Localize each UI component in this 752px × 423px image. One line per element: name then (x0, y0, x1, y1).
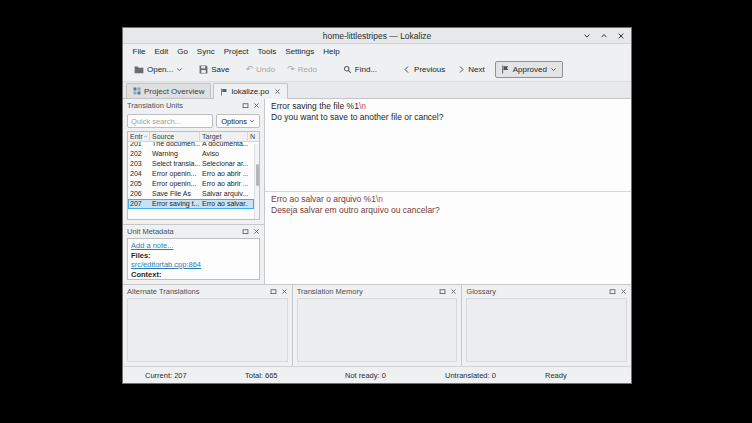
close-icon (617, 32, 625, 40)
chevron-down-icon (550, 66, 557, 73)
dock-title: Unit Metadata (127, 227, 174, 236)
chevron-left-icon (403, 65, 411, 74)
close-dock-button[interactable] (281, 288, 288, 295)
sort-ascending-icon (144, 134, 147, 139)
chevron-up-icon (600, 32, 608, 40)
tab-project-overview[interactable]: Project Overview (126, 83, 211, 98)
table-row[interactable]: 203 Select transla... Selecionar ar... (128, 159, 254, 169)
unit-metadata-dock: Unit Metadata Add a note... Files: (123, 225, 264, 284)
add-note-link[interactable]: Add a note... (131, 241, 174, 250)
menu-project[interactable]: Project (219, 47, 253, 56)
tab-lokalize-po[interactable]: lokalize.po (213, 83, 288, 99)
maximize-button[interactable] (599, 31, 609, 41)
save-button[interactable]: Save (193, 61, 235, 78)
files-label: Files: (131, 251, 256, 261)
approved-toggle-button[interactable]: Approved (495, 61, 563, 78)
column-header-target[interactable]: Target (200, 132, 248, 141)
next-button[interactable]: Next (451, 61, 490, 78)
float-icon (242, 102, 249, 109)
menu-settings[interactable]: Settings (281, 47, 319, 56)
float-dock-button[interactable] (439, 288, 446, 295)
menu-go[interactable]: Go (173, 47, 193, 56)
find-button[interactable]: Find... (337, 61, 383, 78)
undo-arrow-icon: ↶ (245, 65, 253, 74)
close-dock-button[interactable] (620, 288, 627, 295)
status-current: Current: 207 (145, 371, 245, 380)
vertical-scrollbar[interactable] (254, 144, 259, 219)
folder-icon (134, 65, 144, 74)
dock-title: Translation Memory (297, 287, 363, 296)
redo-button[interactable]: ↷ Redo (281, 61, 323, 78)
menu-edit[interactable]: Edit (150, 47, 173, 56)
menu-help[interactable]: Help (319, 47, 344, 56)
close-dock-button[interactable] (253, 228, 260, 235)
lokalize-window: home-littlestripes — Lokalize File Edit … (122, 27, 632, 384)
target-line: Deseja salvar em outro arquivo ou cancel… (271, 205, 625, 216)
chevron-down-icon (249, 118, 255, 124)
minimize-button[interactable] (582, 31, 592, 41)
source-line: Error saving the file %1\n (271, 101, 625, 112)
chevron-down-icon (583, 32, 591, 40)
float-dock-button[interactable] (242, 102, 249, 109)
close-icon (253, 228, 260, 235)
close-icon (450, 288, 457, 295)
statusbar: Current: 207 Total: 665 Not ready: 0 Unt… (123, 366, 631, 383)
close-icon (253, 102, 260, 109)
unit-metadata-body: Add a note... Files: src/editortab.cpp:8… (127, 238, 260, 280)
translation-editor: Error saving the file %1\n Do you want t… (265, 99, 631, 284)
escape-sequence: \n (376, 194, 383, 204)
status-not-ready: Not ready: 0 (345, 371, 445, 380)
undo-button[interactable]: ↶ Undo (239, 61, 281, 78)
table-row[interactable]: 202 Warning Aviso (128, 149, 254, 159)
table-row[interactable]: 206 Save File As Salvar arquiv... (128, 189, 254, 199)
dock-title: Alternate Translations (127, 287, 200, 296)
translation-units-header: Translation Units (123, 99, 264, 112)
float-dock-button[interactable] (609, 288, 616, 295)
table-row[interactable]: 205 Error openin... Erro ao abrir ... (128, 179, 254, 189)
flag-icon (501, 65, 510, 74)
left-dock-column: Translation Units (123, 99, 265, 284)
file-link[interactable]: src/editortab.cpp:864 (131, 260, 201, 269)
status-state: Ready (545, 371, 645, 380)
scrollbar-thumb[interactable] (256, 164, 260, 187)
column-header-source[interactable]: Source (150, 132, 200, 141)
source-line: Do you want to save to another file or c… (271, 112, 625, 123)
target-text-area[interactable]: Erro ao salvar o arquivo %1\n Deseja sal… (265, 192, 631, 284)
close-icon (620, 288, 627, 295)
close-dock-button[interactable] (253, 102, 260, 109)
float-dock-button[interactable] (270, 288, 277, 295)
table-row-selected[interactable]: 207 Error saving t... Erro ao salvar... (128, 199, 254, 209)
column-header-notes[interactable]: N (248, 132, 259, 141)
dock-content (297, 298, 458, 362)
table-row[interactable]: 204 Error openin... Erro ao abrir ... (128, 169, 254, 179)
menubar: File Edit Go Sync Project Tools Settings… (123, 44, 631, 58)
toolbar: Open... Save ↶ Undo ↷ Redo Find... Pre (123, 58, 631, 82)
status-untranslated: Untranslated: 0 (445, 371, 545, 380)
dock-title: Translation Units (127, 101, 183, 110)
table-row[interactable]: 201 The documen... A documenta... (128, 142, 254, 149)
quick-search-input[interactable] (127, 114, 213, 128)
menu-sync[interactable]: Sync (192, 47, 219, 56)
options-button[interactable]: Options (216, 114, 260, 128)
tab-close-button[interactable] (274, 88, 281, 95)
menu-file[interactable]: File (128, 47, 150, 56)
open-button[interactable]: Open... (128, 61, 189, 78)
close-dock-button[interactable] (450, 288, 457, 295)
context-value: @info (131, 279, 256, 280)
column-header-entry[interactable]: Entr (128, 132, 150, 141)
dock-content (127, 298, 288, 362)
close-button[interactable] (616, 31, 626, 41)
previous-button[interactable]: Previous (397, 61, 451, 78)
source-text-area[interactable]: Error saving the file %1\n Do you want t… (265, 99, 631, 192)
glossary-dock: Glossary (462, 285, 631, 366)
floppy-disk-icon (199, 65, 208, 74)
redo-arrow-icon: ↷ (287, 65, 295, 74)
float-dock-button[interactable] (242, 228, 249, 235)
menu-tools[interactable]: Tools (253, 47, 281, 56)
status-total: Total: 665 (245, 371, 345, 380)
titlebar[interactable]: home-littlestripes — Lokalize (123, 28, 631, 44)
project-grid-icon (133, 87, 141, 95)
translation-units-controls: Options (123, 112, 264, 130)
table-header-row: Entr Source Target N (128, 132, 259, 142)
translation-memory-dock: Translation Memory (293, 285, 463, 366)
